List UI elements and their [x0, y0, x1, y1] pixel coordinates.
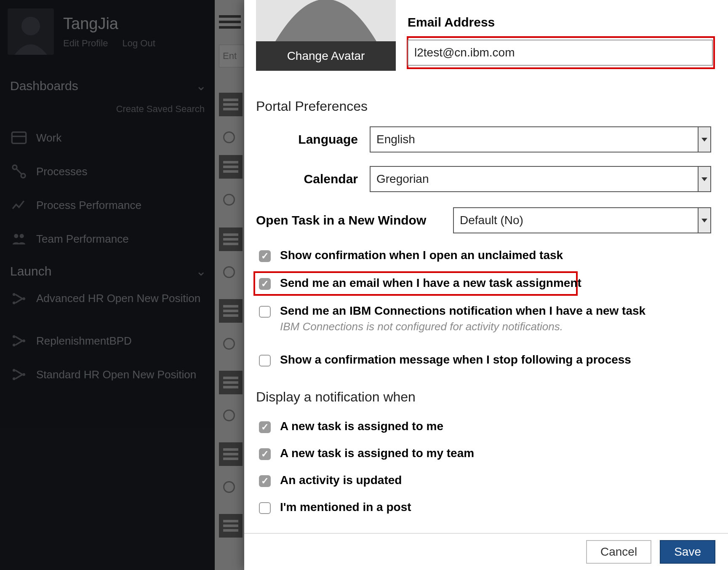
checkbox-label: Show a confirmation message when I stop … [280, 353, 631, 367]
open-task-value: Default (No) [460, 214, 523, 227]
checkbox-label: Show confirmation when I open an unclaim… [280, 249, 563, 262]
dropdown-arrow-icon [698, 167, 710, 191]
checkbox-label: I'm mentioned in a post [280, 500, 411, 514]
checkbox-confirm-unclaimed[interactable] [259, 250, 271, 262]
open-task-label: Open Task in a New Window [256, 213, 441, 227]
checkbox-mentioned[interactable] [259, 502, 271, 514]
language-value: English [376, 133, 415, 146]
modal-footer: Cancel Save [244, 533, 728, 570]
checkbox-label: An activity is updated [280, 474, 402, 487]
checkbox-label: Send me an email when I have a new task … [280, 276, 581, 290]
save-button[interactable]: Save [660, 540, 715, 564]
checkbox-ibm-connections[interactable] [259, 306, 271, 318]
dropdown-arrow-icon [698, 208, 710, 233]
language-label: Language [269, 132, 358, 147]
checkbox-confirm-stop-follow[interactable] [259, 355, 271, 367]
ibm-connections-hint: IBM Connections is not configured for ac… [280, 320, 645, 333]
checkbox-task-assigned-team[interactable] [259, 448, 271, 460]
display-notification-heading: Display a notification when [256, 389, 416, 405]
language-select[interactable]: English [370, 126, 711, 153]
checkbox-label: A new task is assigned to my team [280, 447, 474, 460]
calendar-value: Gregorian [376, 172, 429, 186]
cancel-button[interactable]: Cancel [586, 540, 651, 564]
open-task-select[interactable]: Default (No) [453, 207, 711, 233]
checkbox-task-assigned-me[interactable] [259, 421, 271, 433]
email-address-input[interactable]: l2test@cn.ibm.com [408, 40, 713, 66]
checkbox-email-new-task[interactable] [259, 278, 271, 290]
checkbox-activity-updated[interactable] [259, 475, 271, 487]
change-avatar-button[interactable]: Change Avatar [256, 41, 396, 71]
calendar-select[interactable]: Gregorian [370, 166, 711, 192]
email-address-label: Email Address [408, 15, 495, 29]
dropdown-arrow-icon [698, 127, 710, 152]
portal-preferences-heading: Portal Preferences [256, 99, 368, 114]
avatar-preview [256, 0, 396, 41]
user-preferences-modal: Change Avatar Email Address l2test@cn.ib… [244, 0, 728, 570]
calendar-label: Calendar [269, 172, 358, 186]
checkbox-label: A new task is assigned to me [280, 420, 443, 433]
checkbox-label: Send me an IBM Connections notification … [280, 304, 645, 318]
